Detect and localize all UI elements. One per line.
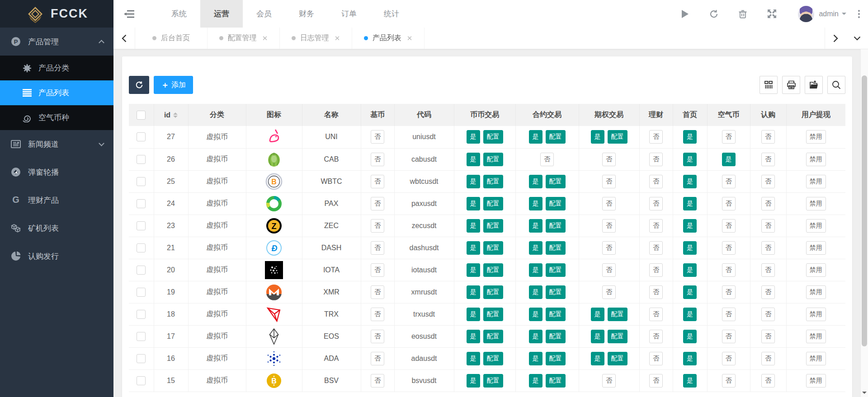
contract-config-button[interactable]: 配置 bbox=[546, 263, 566, 277]
user-menu-caret-icon[interactable] bbox=[842, 13, 846, 17]
spot-yes-toggle[interactable]: 是 bbox=[467, 130, 480, 144]
base-no-toggle[interactable]: 否 bbox=[371, 130, 384, 144]
contract-config-button[interactable]: 配置 bbox=[546, 352, 566, 365]
contract-yes-toggle[interactable]: 是 bbox=[529, 263, 542, 277]
row-checkbox[interactable] bbox=[137, 266, 146, 275]
finance-no-toggle[interactable]: 否 bbox=[649, 197, 663, 210]
contract-config-button[interactable]: 配置 bbox=[546, 130, 566, 144]
spot-yes-toggle[interactable]: 是 bbox=[467, 330, 480, 343]
option-no-toggle[interactable]: 否 bbox=[602, 219, 616, 233]
subscribe-no-toggle[interactable]: 否 bbox=[761, 130, 775, 144]
home-yes-toggle[interactable]: 是 bbox=[683, 197, 697, 210]
contract-yes-toggle[interactable]: 是 bbox=[529, 374, 542, 388]
spot-config-button[interactable]: 配置 bbox=[483, 374, 503, 388]
tabs-scroll-right-button[interactable] bbox=[825, 28, 846, 49]
option-no-toggle[interactable]: 否 bbox=[602, 197, 616, 210]
spot-config-button[interactable]: 配置 bbox=[483, 175, 503, 188]
air-no-toggle[interactable]: 否 bbox=[722, 175, 736, 188]
air-no-toggle[interactable]: 否 bbox=[722, 130, 736, 144]
finance-no-toggle[interactable]: 否 bbox=[649, 219, 663, 233]
sidebar-item-miner-list[interactable]: 矿机列表 bbox=[0, 214, 113, 242]
home-yes-toggle[interactable]: 是 bbox=[683, 285, 697, 299]
row-checkbox[interactable] bbox=[137, 177, 146, 186]
tab-2[interactable]: 日志管理 ✕ bbox=[280, 28, 352, 49]
nav-item-3[interactable]: 财务 bbox=[285, 0, 328, 28]
username-label[interactable]: admin bbox=[819, 10, 839, 18]
finance-no-toggle[interactable]: 否 bbox=[649, 130, 663, 144]
air-no-toggle[interactable]: 否 bbox=[722, 263, 736, 277]
home-yes-toggle[interactable]: 是 bbox=[683, 241, 697, 255]
contract-config-button[interactable]: 配置 bbox=[546, 219, 566, 233]
spot-yes-toggle[interactable]: 是 bbox=[467, 308, 480, 321]
export-button[interactable] bbox=[805, 76, 823, 94]
withdraw-disabled-toggle[interactable]: 禁用 bbox=[806, 285, 826, 299]
subscribe-no-toggle[interactable]: 否 bbox=[761, 285, 775, 299]
base-no-toggle[interactable]: 否 bbox=[371, 153, 384, 166]
contract-config-button[interactable]: 配置 bbox=[546, 330, 566, 343]
sidebar-item-product-management[interactable]: P 产品管理 bbox=[0, 28, 113, 56]
fullscreen-button[interactable] bbox=[757, 0, 786, 28]
spot-config-button[interactable]: 配置 bbox=[483, 153, 503, 166]
nav-item-2[interactable]: 会员 bbox=[243, 0, 285, 28]
contract-yes-toggle[interactable]: 是 bbox=[529, 308, 542, 321]
spot-yes-toggle[interactable]: 是 bbox=[467, 153, 480, 166]
home-yes-toggle[interactable]: 是 bbox=[683, 219, 697, 233]
air-no-toggle[interactable]: 否 bbox=[722, 241, 736, 255]
sidebar-item-popup-carousel[interactable]: 弹窗轮播 bbox=[0, 158, 113, 186]
subscribe-no-toggle[interactable]: 否 bbox=[761, 153, 775, 166]
withdraw-disabled-toggle[interactable]: 禁用 bbox=[806, 153, 826, 166]
scrollbar-down-button[interactable] bbox=[861, 389, 868, 396]
scrollbar-thumb[interactable] bbox=[862, 75, 867, 346]
run-button[interactable] bbox=[670, 0, 699, 28]
contract-yes-toggle[interactable]: 是 bbox=[529, 219, 542, 233]
option-yes-toggle[interactable]: 是 bbox=[591, 352, 604, 365]
row-checkbox[interactable] bbox=[137, 221, 146, 230]
spot-config-button[interactable]: 配置 bbox=[483, 241, 503, 255]
home-yes-toggle[interactable]: 是 bbox=[683, 263, 697, 277]
row-checkbox[interactable] bbox=[137, 354, 146, 363]
air-no-toggle[interactable]: 否 bbox=[722, 308, 736, 321]
refresh-page-button[interactable] bbox=[699, 0, 728, 28]
base-no-toggle[interactable]: 否 bbox=[371, 308, 384, 321]
withdraw-disabled-toggle[interactable]: 禁用 bbox=[806, 330, 826, 343]
base-no-toggle[interactable]: 否 bbox=[371, 263, 384, 277]
subscribe-no-toggle[interactable]: 否 bbox=[761, 197, 775, 210]
row-checkbox[interactable] bbox=[137, 376, 146, 385]
row-checkbox[interactable] bbox=[137, 243, 146, 252]
column-filter-button[interactable] bbox=[760, 76, 778, 94]
finance-no-toggle[interactable]: 否 bbox=[649, 330, 663, 343]
tab-3[interactable]: 产品列表 ✕ bbox=[352, 28, 425, 49]
sidebar-item-news-channel[interactable]: 新闻频道 bbox=[0, 130, 113, 158]
home-yes-toggle[interactable]: 是 bbox=[683, 308, 697, 321]
tabs-scroll-left-button[interactable] bbox=[113, 28, 135, 49]
option-no-toggle[interactable]: 否 bbox=[602, 153, 616, 166]
row-checkbox[interactable] bbox=[137, 332, 146, 341]
subscribe-no-toggle[interactable]: 否 bbox=[761, 175, 775, 188]
option-config-button[interactable]: 配置 bbox=[608, 130, 627, 144]
refresh-table-button[interactable] bbox=[129, 76, 149, 94]
option-config-button[interactable]: 配置 bbox=[608, 308, 627, 321]
tab-close-icon[interactable]: ✕ bbox=[335, 34, 340, 42]
search-button[interactable] bbox=[827, 76, 845, 94]
spot-config-button[interactable]: 配置 bbox=[483, 352, 503, 365]
row-checkbox[interactable] bbox=[137, 310, 146, 319]
spot-config-button[interactable]: 配置 bbox=[483, 308, 503, 321]
air-no-toggle[interactable]: 否 bbox=[722, 219, 736, 233]
tab-close-icon[interactable]: ✕ bbox=[262, 34, 268, 42]
option-yes-toggle[interactable]: 是 bbox=[591, 308, 604, 321]
finance-no-toggle[interactable]: 否 bbox=[649, 352, 663, 365]
contract-yes-toggle[interactable]: 是 bbox=[529, 285, 542, 299]
option-no-toggle[interactable]: 否 bbox=[602, 263, 616, 277]
add-product-button[interactable]: ＋ 添加 bbox=[154, 76, 193, 94]
subscribe-no-toggle[interactable]: 否 bbox=[761, 219, 775, 233]
home-yes-toggle[interactable]: 是 bbox=[683, 130, 697, 144]
spot-yes-toggle[interactable]: 是 bbox=[467, 352, 480, 365]
contract-no-toggle[interactable]: 否 bbox=[540, 153, 554, 166]
air-no-toggle[interactable]: 否 bbox=[722, 352, 736, 365]
withdraw-disabled-toggle[interactable]: 禁用 bbox=[806, 175, 826, 188]
row-checkbox[interactable] bbox=[137, 288, 146, 297]
withdraw-disabled-toggle[interactable]: 禁用 bbox=[806, 219, 826, 233]
contract-yes-toggle[interactable]: 是 bbox=[529, 130, 542, 144]
option-no-toggle[interactable]: 否 bbox=[602, 374, 616, 388]
subscribe-no-toggle[interactable]: 否 bbox=[761, 263, 775, 277]
